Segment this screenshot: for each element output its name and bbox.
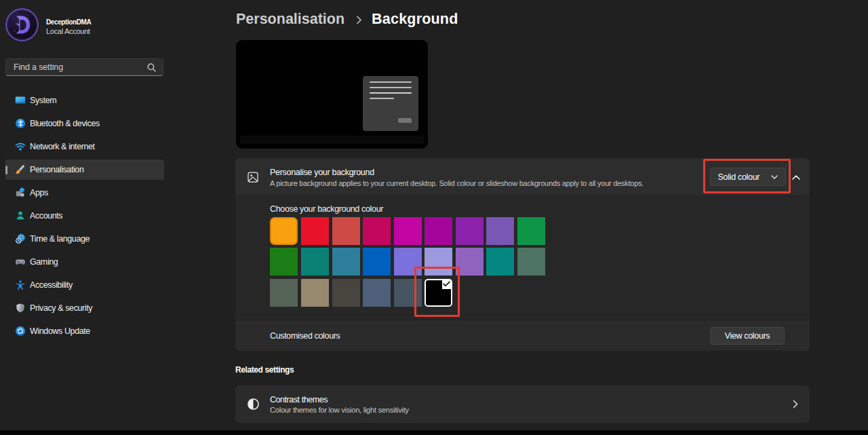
selected-indicator-pill — [5, 166, 7, 174]
chevron-up-icon[interactable] — [792, 175, 800, 180]
breadcrumb-chevron-icon — [356, 15, 362, 25]
colour-swatch-2-6[interactable] — [425, 248, 452, 276]
colour-swatch-2-7[interactable] — [456, 248, 484, 276]
sidebar-item-label: Windows Update — [30, 326, 90, 336]
colour-swatch-1-1[interactable] — [270, 217, 298, 245]
background-colour-section: Choose your background colour — [235, 196, 810, 320]
bluetooth-icon — [15, 118, 26, 129]
chevron-right-icon — [793, 400, 798, 409]
colour-swatch-2-2[interactable] — [301, 248, 329, 276]
colour-swatch-3-4[interactable] — [363, 279, 391, 307]
privacy-icon — [15, 303, 26, 314]
colour-swatch-2-1[interactable] — [270, 248, 298, 276]
colour-swatch-1-5[interactable] — [394, 217, 422, 245]
search-input[interactable]: Find a setting — [5, 58, 163, 76]
page-title: Background — [372, 11, 458, 28]
customised-colours-label: Customised colours — [270, 320, 340, 351]
customised-colours-row: Customised colours View colours — [235, 320, 810, 351]
sidebar-item-windows-update[interactable]: Windows Update — [5, 321, 164, 341]
colour-swatch-1-8[interactable] — [486, 217, 514, 245]
screen-bottom-edge — [0, 430, 868, 435]
contrast-themes-title: Contrast themes — [270, 394, 409, 405]
preview-window-button — [398, 118, 412, 123]
system-icon — [15, 95, 26, 106]
chevron-down-icon — [771, 175, 778, 179]
sidebar-item-accessibility[interactable]: Accessibility — [5, 275, 164, 295]
card-title: Personalise your background — [270, 167, 644, 178]
windows-update-icon — [15, 326, 26, 337]
colour-swatch-1-3[interactable] — [332, 217, 360, 245]
sidebar-item-system[interactable]: System — [5, 90, 164, 111]
view-colours-label: View colours — [725, 331, 770, 341]
personalise-background-card: Personalise your background A picture ba… — [235, 158, 810, 351]
search-placeholder: Find a setting — [6, 62, 147, 72]
related-settings-heading: Related settings — [235, 365, 294, 375]
colour-swatch-2-3[interactable] — [332, 248, 360, 276]
colour-swatch-1-2[interactable] — [301, 217, 329, 245]
gaming-icon — [15, 257, 26, 267]
accessibility-icon — [15, 280, 26, 290]
network-icon — [15, 141, 26, 152]
colour-swatch-3-3[interactable] — [332, 279, 360, 307]
sidebar: DeceptionDMA Local Account Find a settin… — [0, 0, 176, 430]
user-avatar[interactable] — [5, 8, 39, 41]
colour-swatch-1-9[interactable] — [517, 217, 545, 245]
preview-window — [363, 76, 418, 131]
colour-swatch-2-8[interactable] — [486, 248, 514, 276]
contrast-icon — [248, 398, 259, 410]
sidebar-item-personalisation[interactable]: Personalisation — [5, 159, 164, 180]
colour-swatch-1-4[interactable] — [363, 217, 391, 245]
sidebar-item-label: Time & language — [30, 234, 90, 244]
view-colours-button[interactable]: View colours — [710, 327, 785, 345]
dropdown-value: Solid colour — [711, 172, 771, 182]
sidebar-item-accounts[interactable]: Accounts — [5, 206, 164, 226]
contrast-themes-card[interactable]: Contrast themes Colour themes for low vi… — [235, 385, 810, 423]
sidebar-item-gaming[interactable]: Gaming — [5, 252, 164, 272]
accounts-icon — [15, 210, 26, 221]
card-description: A picture background applies to your cur… — [270, 178, 644, 188]
colour-swatch-1-6[interactable] — [425, 217, 452, 245]
sidebar-item-label: Gaming — [30, 257, 58, 267]
breadcrumb-personalisation[interactable]: Personalisation — [236, 11, 344, 28]
colour-swatch-grid — [235, 196, 810, 320]
sidebar-item-label: Personalisation — [30, 165, 83, 174]
breadcrumb: Personalisation Background — [236, 11, 458, 28]
preview-taskbar — [239, 136, 425, 144]
colour-swatch-2-5[interactable] — [394, 248, 422, 276]
search-icon — [147, 63, 156, 72]
sidebar-item-label: Network & internet — [30, 142, 95, 151]
contrast-themes-description: Colour themes for low vision, light sens… — [270, 405, 409, 415]
time-language-icon — [15, 233, 26, 244]
sidebar-item-label: Accounts — [30, 211, 62, 221]
sidebar-item-label: Privacy & security — [30, 303, 92, 313]
sidebar-item-apps[interactable]: Apps — [5, 183, 164, 203]
colour-swatch-2-4[interactable] — [363, 248, 391, 276]
sidebar-item-label: System — [30, 96, 56, 105]
sidebar-item-network-internet[interactable]: Network & internet — [5, 136, 164, 157]
colour-swatch-1-7[interactable] — [456, 217, 484, 245]
background-type-dropdown[interactable]: Solid colour — [710, 168, 786, 186]
user-account-type: Local Account — [46, 27, 90, 35]
sidebar-item-label: Accessibility — [30, 280, 73, 290]
sidebar-item-bluetooth-devices[interactable]: Bluetooth & devices — [5, 113, 164, 134]
personalisation-icon — [15, 164, 26, 175]
apps-icon — [15, 187, 26, 198]
user-name: DeceptionDMA — [46, 18, 91, 26]
colour-swatch-3-6-selected[interactable] — [425, 279, 452, 307]
picture-icon — [248, 172, 258, 183]
check-icon — [442, 280, 452, 290]
sidebar-item-time-language[interactable]: Time & language — [5, 229, 164, 249]
colour-swatch-3-2[interactable] — [301, 279, 329, 307]
sidebar-item-label: Apps — [30, 188, 48, 197]
personalise-background-header[interactable]: Personalise your background A picture ba… — [235, 158, 810, 196]
colour-swatch-3-5[interactable] — [394, 279, 422, 307]
background-preview — [236, 40, 428, 149]
colour-swatch-3-1[interactable] — [270, 279, 298, 307]
colour-swatch-2-9[interactable] — [517, 248, 545, 276]
sidebar-item-privacy-security[interactable]: Privacy & security — [5, 298, 164, 318]
sidebar-item-label: Bluetooth & devices — [30, 119, 100, 128]
